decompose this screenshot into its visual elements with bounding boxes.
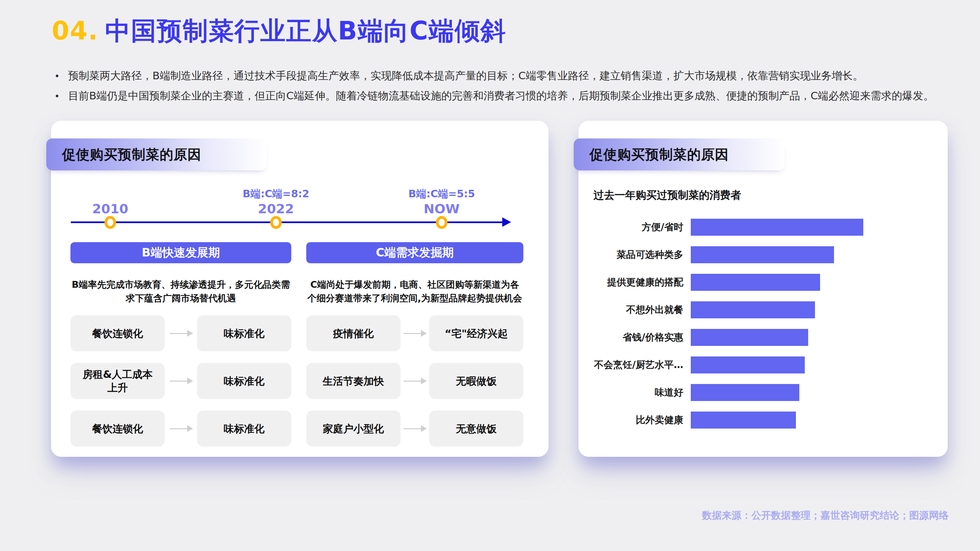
bullet-text: 预制菜两大路径，B端制造业路径，通过技术手段提高生产效率，实现降低成本提高产量的…: [68, 68, 863, 83]
bar-row: 味道好: [592, 379, 929, 406]
cause-effect-row: 房租&人工成本上升 味标准化: [70, 363, 291, 399]
arrow-right-icon: [170, 381, 192, 382]
bullet-item: • 预制菜两大路径，B端制造业路径，通过技术手段提高生产效率，实现降低成本提高产…: [54, 68, 939, 84]
timeline-year-label: 2022: [258, 202, 294, 216]
effect-box: 味标准化: [197, 315, 291, 351]
arrow-right-icon: [170, 428, 192, 429]
bar-row: 不会烹饪/厨艺水平…: [592, 351, 929, 379]
timeline-marker-icon: [270, 216, 282, 229]
bar-category-label: 省钱/价格实惠: [592, 331, 691, 344]
bar-category-label: 方便/省时: [592, 221, 691, 233]
bar: [691, 219, 863, 236]
phase-banner-b-side: B端快速发展期: [70, 242, 291, 263]
cause-effect-row: 餐饮连锁化 味标准化: [70, 411, 291, 446]
bar-track: [691, 356, 929, 373]
phase-description: B端率先完成市场教育、持续渗透提升，多元化品类需求下蕴含广阔市场替代机遇: [70, 278, 291, 305]
phase-banner-c-side: C端需求发掘期: [306, 242, 523, 263]
page-title-number: 04.: [52, 16, 98, 45]
bullet-item: • 目前B端仍是中国预制菜企业的主赛道，但正向C端延伸。随着冷链物流基础设施的完…: [54, 88, 939, 104]
arrow-right-icon: [404, 428, 426, 429]
bar-track: [691, 219, 929, 236]
cause-box: 疫情催化: [306, 315, 401, 351]
card-header-band: 促使购买预制菜的原因: [46, 138, 267, 170]
bar-row: 比外卖健康: [592, 406, 929, 433]
cause-box: 房租&人工成本上升: [70, 363, 165, 399]
timeline-ratio-label: B端:C端=5:5: [408, 187, 475, 201]
bar-category-label: 不想外出就餐: [592, 303, 691, 316]
bar-track: [691, 329, 929, 346]
effect-box: 无意做饭: [429, 411, 523, 446]
bar: [691, 274, 820, 291]
timeline-arrow-icon: [502, 218, 511, 227]
timeline-marker-icon: [105, 216, 116, 229]
bar-row: 省钱/价格实惠: [592, 324, 929, 351]
chart-subtitle: 过去一年购买过预制菜的消费者: [593, 188, 741, 202]
bar-row: 菜品可选种类多: [592, 241, 929, 268]
bar-row: 提供更健康的搭配: [592, 268, 929, 296]
bullet-dot-icon: •: [54, 88, 68, 104]
timeline-ratio-label: B端:C端=8:2: [243, 187, 309, 201]
development-timeline: B端:C端=8:2 B端:C端=5:5 2010 2022 NOW: [51, 187, 549, 235]
cause-box: 餐饮连锁化: [70, 411, 165, 446]
cause-effect-list-b-side: 餐饮连锁化 味标准化 房租&人工成本上升 味标准化 餐饮连锁化 味标准化: [70, 315, 291, 446]
cause-effect-row: 家庭户小型化 无意做饭: [306, 411, 523, 446]
timeline-year-label: NOW: [424, 202, 460, 216]
effect-box: “宅"经济兴起: [429, 315, 523, 351]
bar: [691, 356, 805, 373]
cause-effect-row: 疫情催化 “宅"经济兴起: [306, 315, 523, 351]
bar-category-label: 比外卖健康: [592, 414, 691, 427]
bar-category-label: 菜品可选种类多: [592, 248, 691, 261]
cause-box: 生活节奏加快: [306, 363, 401, 399]
phase-description: C端尚处于爆发前期，电商、社区团购等新渠道为各个细分赛道带来了利润空间,为新型品…: [306, 278, 523, 305]
cause-box: 家庭户小型化: [306, 411, 401, 446]
page-title-text: 中国预制菜行业正从B端向C端倾斜: [105, 16, 506, 45]
bar-category-label: 不会烹饪/厨艺水平…: [592, 359, 691, 372]
bar-row: 方便/省时: [592, 213, 929, 241]
consumer-chart-card: 促使购买预制菜的原因 过去一年购买过预制菜的消费者 方便/省时 菜品可选种类多 …: [579, 121, 948, 457]
arrow-right-icon: [170, 333, 192, 334]
effect-box: 味标准化: [197, 411, 291, 446]
reasons-bar-chart: 方便/省时 菜品可选种类多 提供更健康的搭配 不想外出就餐 省钱/价格实惠 不会…: [592, 213, 929, 433]
cause-effect-list-c-side: 疫情催化 “宅"经济兴起 生活节奏加快 无暇做饭 家庭户小型化 无意做饭: [306, 315, 523, 446]
card-header-title: 促使购买预制菜的原因: [589, 145, 729, 164]
timeline-year-label: 2010: [92, 202, 128, 216]
arrow-right-icon: [404, 333, 426, 334]
arrow-right-icon: [404, 381, 426, 382]
bar: [691, 246, 834, 263]
bar: [691, 411, 796, 429]
bar: [691, 384, 799, 401]
bar: [691, 329, 808, 346]
bar-track: [691, 246, 929, 263]
page-title: 04.中国预制菜行业正从B端向C端倾斜: [52, 14, 506, 48]
cause-box: 餐饮连锁化: [70, 315, 165, 351]
card-header-title: 促使购买预制菜的原因: [62, 145, 202, 164]
bar-track: [691, 411, 929, 429]
slide-page: 04.中国预制菜行业正从B端向C端倾斜 • 预制菜两大路径，B端制造业路径，通过…: [0, 0, 980, 551]
bar-track: [691, 384, 929, 401]
card-header-band: 促使购买预制菜的原因: [574, 138, 785, 170]
bar-category-label: 味道好: [592, 386, 691, 399]
bar-row: 不想外出就餐: [592, 296, 929, 324]
cause-effect-row: 餐饮连锁化 味标准化: [70, 315, 291, 351]
bar-track: [691, 274, 929, 291]
bar-category-label: 提供更健康的搭配: [592, 276, 691, 289]
data-source-note: 数据来源：公开数据整理；嘉世咨询研究结论；图源网络: [702, 509, 949, 522]
timeline-marker-icon: [436, 216, 447, 229]
timeline-card: 促使购买预制菜的原因 B端:C端=8:2 B端:C端=5:5 2010 2022…: [51, 121, 549, 457]
bullet-dot-icon: •: [54, 68, 68, 84]
effect-box: 无暇做饭: [429, 363, 523, 399]
bullet-text: 目前B端仍是中国预制菜企业的主赛道，但正向C端延伸。随着冷链物流基础设施的完善和…: [68, 88, 934, 103]
summary-bullets: • 预制菜两大路径，B端制造业路径，通过技术手段提高生产效率，实现降低成本提高产…: [54, 68, 939, 108]
effect-box: 味标准化: [197, 363, 291, 399]
bar: [691, 301, 815, 318]
bar-track: [691, 301, 929, 318]
cause-effect-row: 生活节奏加快 无暇做饭: [306, 363, 523, 399]
